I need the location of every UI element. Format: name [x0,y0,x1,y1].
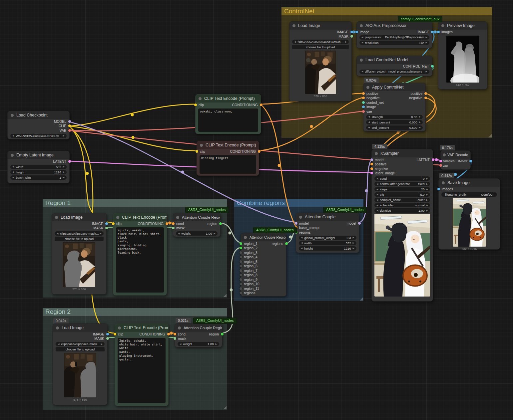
collapse-dot[interactable] [360,24,363,27]
collapse-dot[interactable] [442,181,445,184]
end-percent-widget[interactable]: ◀end_percent0.500▶ [366,125,423,130]
port-images-in[interactable] [437,188,440,190]
width-widget[interactable]: ◀width532▶ [299,241,356,245]
collapse-dot[interactable] [118,326,121,329]
node-aio-aux-preprocessor[interactable]: AIO Aux Preprocessor imageIMAGE ◀preproc… [356,21,432,48]
port-image-out[interactable] [105,222,108,225]
port-images-in[interactable] [437,31,440,33]
cfg-widget[interactable]: ◀cfg5.0▶ [374,192,430,197]
image-file-combo[interactable]: ◀clipspace/clipspace-mask- ...▶ [55,231,104,236]
node-clip-text-encode-negative[interactable]: CLIP Text Encode (Prompt) clipCONDITIONI… [197,141,259,176]
port-region9-in[interactable] [240,278,242,281]
height-widget[interactable]: ◀height1216▶ [299,246,356,251]
width-widget[interactable]: ◀width532▶ [10,165,67,169]
port-region4-in[interactable] [240,256,242,258]
port-vae-in[interactable] [362,110,365,113]
node-load-image-region1[interactable]: Load Image IMAGE MASK ◀clipspace/clipspa… [52,213,107,295]
port-model-out[interactable] [358,222,361,225]
node-attention-couple[interactable]: Attention Couple modelmodel base_prompt … [296,213,359,253]
port-region11-in[interactable] [240,287,242,290]
port-regions-out[interactable] [285,242,288,245]
collapse-dot[interactable] [199,97,202,100]
collapse-dot[interactable] [55,216,58,219]
control-after-generate-widget[interactable]: ◀control after generatefixed▶ [374,182,430,186]
height-widget[interactable]: ◀height1216▶ [10,170,67,174]
port-clip-in[interactable] [114,333,116,335]
port-region7-in[interactable] [240,269,242,272]
port-clip-in[interactable] [194,104,197,106]
resolution-widget[interactable]: ◀resolution512▶ [359,41,429,45]
collapse-dot[interactable] [11,114,14,117]
node-preview-image[interactable]: Preview Image images 512 × 767 [438,21,487,90]
collapse-dot[interactable] [178,326,181,329]
collapse-dot[interactable] [56,326,59,329]
seed-widget[interactable]: ◀seed0▶ [374,176,430,181]
filename-prefix-widget[interactable]: filename_prefixComfyUI [441,192,497,197]
port-region3-in[interactable] [240,251,242,254]
port-conditioning-out[interactable] [260,104,262,106]
port-latent-out[interactable] [68,160,71,163]
port-latent-image-in[interactable] [370,172,373,174]
choose-file-button[interactable]: choose file to upload [292,45,349,49]
preprocessor-combo[interactable]: ◀preprocessorDepthAnythingV2Preprocessor… [359,35,429,40]
collapse-dot[interactable] [244,236,247,239]
port-image-in[interactable] [362,105,365,108]
port-mask-in[interactable] [172,227,175,229]
port-conditioning-out[interactable] [258,150,260,153]
prompt-textarea[interactable]: oekaki, classroom, [198,108,258,132]
node-vae-decode[interactable]: VAE Decode samplesIMAGE vae [440,150,471,170]
start-percent-widget[interactable]: ◀start_percent0.000▶ [366,120,423,124]
collapse-dot[interactable] [299,216,302,219]
ckpt-name-combo[interactable]: ◀WAI-NSFW-illustrious-SDXL/wai ...▶ [10,134,67,138]
collapse-dot[interactable] [366,86,369,89]
collapse-dot[interactable] [443,153,446,156]
collapse-dot[interactable] [11,154,14,157]
collapse-dot[interactable] [441,24,444,27]
port-clip-in[interactable] [196,150,198,153]
port-region1-in[interactable] [240,242,242,245]
collapse-dot[interactable] [292,24,295,27]
image-file-combo[interactable]: ◀f1b52255293597044da14c93b9e ...▶ [292,40,349,44]
port-positive-out[interactable] [424,92,427,95]
weight-widget[interactable]: ◀weight1.00▶ [178,342,219,346]
port-mask-out[interactable] [106,337,109,340]
node-clip-text-encode-region1[interactable]: CLIP Text Encode (Prompt) clipCONDITIONI… [113,213,167,296]
node-clip-text-encode-region2[interactable]: CLIP Text Encode (Prompt) clipCONDITIONI… [115,323,169,406]
port-model-out[interactable] [68,120,71,123]
prompt-textarea[interactable]: missing fingers [200,155,256,174]
batch-size-widget[interactable]: ◀batch_size1▶ [10,175,67,180]
port-controlnet-in[interactable] [362,101,365,104]
port-controlnet-out[interactable] [431,65,434,68]
port-region8-in[interactable] [240,274,242,276]
strength-widget[interactable]: ◀strength0.35▶ [366,115,423,119]
port-image-in[interactable] [355,31,358,33]
steps-widget[interactable]: ◀steps20▶ [374,187,430,191]
port-image-out[interactable] [106,333,109,335]
port-negative-in[interactable] [362,97,365,99]
port-cond-in[interactable] [172,222,175,225]
port-positive-in[interactable] [362,92,365,95]
prompt-textarea[interactable]: 2girls, oekaki, white hair, white shirt,… [118,338,166,403]
port-mask-in[interactable] [174,337,176,340]
node-graph-canvas[interactable]: ControlNet Region 1 Region 2 Combine reg… [0,0,513,420]
port-regions-in[interactable] [240,292,242,294]
node-attention-couple-regions[interactable]: Attention Couple Regions region_1regions… [241,233,286,297]
prompt-textarea[interactable]: 2girls, oekaki, black hair, black shirt,… [116,227,164,293]
node-attention-couple-region2[interactable]: Attention Couple Region condregion mask … [175,323,222,347]
node-apply-controlnet[interactable]: Apply ControlNet positivepositive negati… [363,83,426,131]
port-vae-out[interactable] [68,129,71,132]
node-save-image[interactable]: Save Image images filename_prefixComfyUI… [438,178,500,250]
node-clip-text-encode-positive[interactable]: CLIP Text Encode (Prompt) clipCONDITIONI… [195,94,261,134]
port-region-out[interactable] [221,333,224,335]
weight-widget[interactable]: ◀weight1.00▶ [176,231,218,236]
collapse-dot[interactable] [360,59,363,62]
port-region2-in[interactable] [240,247,242,249]
node-load-image-region2[interactable]: Load Image IMAGE MASK ◀clipspace/clipspa… [53,323,108,405]
scheduler-widget[interactable]: ◀schedulernormal▶ [374,203,430,207]
port-region-out[interactable] [219,222,222,225]
port-model-in[interactable] [370,158,373,161]
collapse-dot[interactable] [375,152,378,155]
port-image-out[interactable] [469,160,472,162]
port-vae-in[interactable] [439,164,442,167]
denoise-widget[interactable]: ◀denoise1.00▶ [374,208,430,213]
